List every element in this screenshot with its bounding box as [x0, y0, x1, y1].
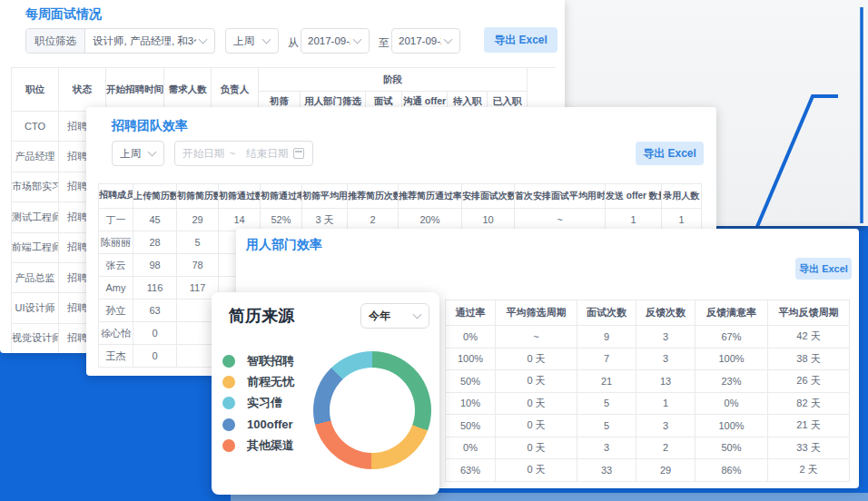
- section-title: 简历来源: [229, 305, 294, 327]
- table-cell: 50%: [446, 370, 496, 393]
- table-row: 50%0 天53100%21 天: [446, 415, 850, 437]
- department-efficiency-table: 通过率平均筛选周期面试次数反馈次数反馈满意率平均反馈周期 0%~9367%42 …: [445, 300, 850, 482]
- column-header: 初筛简历数: [177, 184, 219, 209]
- column-header: 面试次数: [577, 300, 636, 326]
- column-header: 开始招聘时间: [106, 68, 164, 112]
- column-header: 录用人数: [662, 184, 702, 209]
- table-cell: 市场部实习生: [12, 172, 59, 201]
- table-cell: 3 天: [302, 209, 348, 231]
- export-excel-button[interactable]: 导出 Excel: [636, 142, 704, 165]
- table-cell: 5: [177, 231, 219, 254]
- table-row: 0%~9367%42 天: [446, 326, 850, 349]
- table-cell: 21 天: [768, 415, 850, 437]
- period-select[interactable]: 上周: [225, 28, 279, 54]
- table-row: 丁一45291452%3 天220%10~11: [99, 209, 702, 231]
- table-cell: 5: [577, 415, 636, 437]
- column-header: 平均筛选周期: [496, 300, 577, 326]
- position-filter-label: 职位筛选: [26, 29, 85, 53]
- table-cell: 1: [606, 209, 662, 231]
- from-label: 从: [288, 35, 299, 51]
- year-select[interactable]: 今年: [360, 303, 429, 329]
- table-cell: 21: [577, 370, 636, 393]
- column-header: 负责人: [212, 68, 259, 112]
- table-cell: 产品经理: [12, 142, 59, 172]
- table-cell: 42 天: [768, 326, 850, 349]
- legend-item[interactable]: 智联招聘: [222, 350, 294, 371]
- table-cell: 0%: [695, 392, 768, 415]
- legend-dot-icon: [222, 418, 235, 431]
- table-cell: 3: [636, 326, 695, 349]
- position-filter-select[interactable]: 职位筛选 设计师, 产品经理, 和3个其他职位: [25, 28, 215, 54]
- period-select[interactable]: 上周: [112, 141, 164, 166]
- page-title: 每周面试情况: [25, 6, 102, 23]
- legend-item[interactable]: 100offer: [222, 414, 294, 435]
- table-cell: 0 天: [496, 370, 577, 393]
- table-cell: 1: [636, 392, 695, 415]
- table-cell: 7: [577, 348, 636, 370]
- chevron-down-icon: [148, 148, 157, 157]
- table-cell: CTO: [12, 112, 59, 142]
- table-cell: 86%: [695, 459, 768, 482]
- chevron-down-icon: [262, 35, 271, 44]
- table-cell: 52%: [261, 209, 302, 231]
- table-cell: 26 天: [768, 370, 850, 393]
- column-header: 需求人数: [164, 68, 212, 112]
- calendar-icon: [293, 148, 304, 159]
- column-header: 反馈次数: [636, 300, 695, 326]
- table-row: 10%0 天510%82 天: [446, 392, 850, 415]
- column-header: 职位: [12, 68, 59, 112]
- column-header: 反馈满意率: [695, 300, 768, 326]
- table-cell: 9: [577, 326, 636, 349]
- table-cell: 63: [133, 300, 177, 322]
- table-cell: ~: [515, 209, 606, 231]
- table-cell: 3: [636, 348, 695, 370]
- date-range-picker[interactable]: 开始日期 ~ 结束日期: [174, 141, 313, 166]
- table-cell: 33: [577, 459, 636, 482]
- legend-item[interactable]: 实习僧: [222, 393, 294, 414]
- export-excel-button[interactable]: 导出 Excel: [484, 27, 557, 53]
- table-cell: 孙立: [99, 300, 133, 322]
- table-cell: 98: [133, 254, 177, 277]
- legend-label: 智联招聘: [247, 353, 294, 369]
- table-cell: 14: [219, 209, 261, 231]
- table-cell: 100%: [446, 348, 496, 370]
- resume-source-panel: 简历来源 今年 智联招聘前程无忧实习僧100offer其他渠道: [212, 292, 439, 495]
- column-header: 发送 offer 数量: [606, 184, 662, 209]
- legend-label: 实习僧: [247, 395, 282, 411]
- table-cell: 产品总监: [12, 262, 59, 292]
- table-cell: 前端工程师: [12, 232, 59, 262]
- legend-item[interactable]: 前程无忧: [222, 371, 294, 392]
- legend-dot-icon: [222, 376, 235, 388]
- resume-source-donut-chart: [313, 351, 431, 469]
- export-excel-button[interactable]: 导出 Excel: [795, 258, 852, 280]
- table-row: 63%0 天332986%2 天: [446, 459, 850, 482]
- table-cell: 0: [133, 345, 177, 368]
- legend-item[interactable]: 其他渠道: [222, 436, 294, 457]
- table-cell: 陈丽丽: [99, 231, 133, 254]
- table-cell: 0%: [446, 437, 496, 459]
- to-date-picker[interactable]: 2017-09-27: [391, 28, 460, 54]
- legend-label: 前程无忧: [247, 374, 294, 390]
- table-cell: 2: [348, 209, 399, 231]
- table-cell: 100%: [695, 348, 768, 370]
- to-label: 至: [379, 35, 390, 51]
- table-cell: 丁一: [99, 209, 133, 231]
- section-title: 用人部门效率: [246, 237, 322, 253]
- trend-line: [756, 96, 838, 226]
- table-cell: 116: [133, 277, 177, 300]
- table-cell: 0 天: [496, 459, 577, 482]
- legend-label: 100offer: [247, 418, 293, 431]
- table-cell: 100%: [695, 415, 768, 437]
- column-header[interactable]: 招聘成员: [99, 184, 133, 209]
- table-cell: 张云: [99, 254, 133, 277]
- column-header: 首次安排面试平均用时: [515, 184, 606, 209]
- table-row: 100%0 天73100%38 天: [446, 348, 850, 370]
- column-header: 安排面试次数: [462, 184, 515, 209]
- table-cell: 0%: [446, 326, 496, 349]
- from-date-picker[interactable]: 2017-09-20: [301, 28, 370, 54]
- column-header: 平均反馈周期: [768, 300, 850, 326]
- table-cell: 王杰: [99, 345, 133, 368]
- table-cell: 5: [577, 392, 636, 415]
- table-cell: Amy: [99, 277, 133, 300]
- stage-group-header: 阶段: [259, 68, 528, 92]
